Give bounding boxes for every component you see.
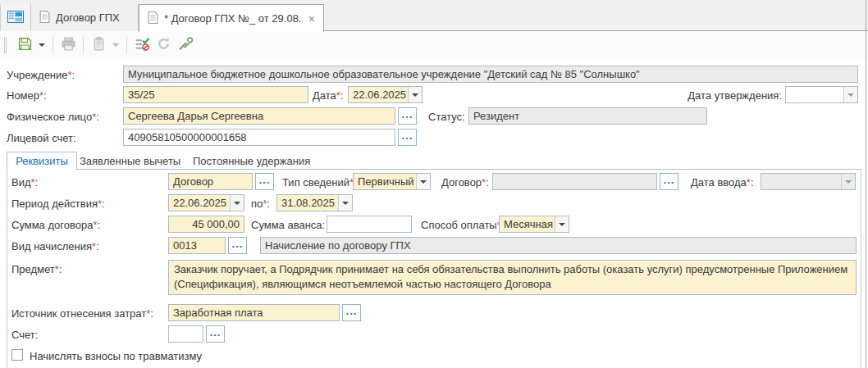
approve-date-label: Дата утверждения: <box>675 89 782 102</box>
dropdown-arrow-icon[interactable] <box>408 87 422 102</box>
account-lookup-button[interactable]: ... <box>206 325 225 343</box>
refresh-icon <box>156 36 171 54</box>
approve-date-combo[interactable] <box>785 86 858 103</box>
copy-menu-button[interactable] <box>109 34 122 56</box>
status-field: Резидент <box>468 107 707 125</box>
toolbar-separator <box>53 36 53 54</box>
window-tab-contract-edit-active[interactable]: * Договор ГПХ №_ от 29.08.... × <box>139 4 324 32</box>
accrual-label: Вид начисления*: <box>11 240 99 252</box>
window-tab-contract-list[interactable]: Договор ГПХ <box>31 4 139 31</box>
print-button[interactable] <box>57 34 79 56</box>
cost-source-field[interactable]: Заработная плата <box>168 304 340 321</box>
cost-source-label: Источник отнесения затрат*: <box>11 307 153 320</box>
window-tab-label: * Договор ГПХ №_ от 29.08.... <box>164 12 303 25</box>
subject-label: Предмет*: <box>11 263 62 275</box>
institution-field: Муниципальное бюджетное дошкольное образ… <box>123 66 858 83</box>
toolbar-separator <box>83 36 84 54</box>
document-icon <box>148 11 158 26</box>
advance-label: Сумма аванса: <box>251 219 325 231</box>
settings-tools-button[interactable] <box>174 34 195 56</box>
personal-account-lookup-button[interactable]: ... <box>398 129 417 146</box>
person-lookup-button[interactable]: ... <box>398 107 417 125</box>
injury-contributions-label: Начислять взносы по травматизму <box>30 350 202 362</box>
save-menu-arrow-icon <box>39 43 45 47</box>
toolbar-separator <box>126 36 127 54</box>
save-icon <box>17 36 33 54</box>
workspace-home-tab[interactable] <box>0 4 31 31</box>
accrual-description-field: Начисление по договору ГПХ <box>260 237 857 254</box>
personal-account-label: Лицевой счет: <box>7 132 76 144</box>
kind-lookup-button[interactable]: ... <box>255 173 274 190</box>
kind-field[interactable]: Договор <box>168 173 253 190</box>
base-contract-field <box>492 173 657 190</box>
period-label: Период действия*: <box>11 198 105 210</box>
number-label: Номер*: <box>7 89 47 102</box>
period-to-combo[interactable]: 31.08.2025 <box>276 194 353 211</box>
dropdown-arrow-icon[interactable] <box>555 216 569 232</box>
personal-account-field[interactable]: 40905810500000001658 <box>123 129 395 146</box>
total-label: Сумма договора*: <box>11 219 100 231</box>
person-label: Физическое лицо*: <box>7 111 99 123</box>
document-icon <box>39 11 50 25</box>
doc-date-combo[interactable]: 22.06.2025 <box>348 86 423 103</box>
doc-date-label: Дата*: <box>313 89 343 102</box>
period-from-combo[interactable]: 22.06.2025 <box>168 194 244 211</box>
total-field[interactable]: 45 000,00 <box>168 216 244 233</box>
window-tab-label: Договор ГПХ <box>56 11 120 24</box>
window-tab-bar: Договор ГПХ * Договор ГПХ №_ от 29.08...… <box>0 0 868 31</box>
entry-date-combo <box>761 173 856 190</box>
section-tab-requisites[interactable]: Реквизиты <box>7 152 77 170</box>
accrual-code-field[interactable]: 0013 <box>168 237 226 254</box>
account-field[interactable] <box>168 325 203 343</box>
payment-method-label: Способ оплаты*: <box>421 219 504 231</box>
tools-icon <box>177 36 193 54</box>
dropdown-arrow-icon[interactable] <box>230 195 244 211</box>
close-tab-icon[interactable]: × <box>308 13 315 25</box>
kind-label: Вид*: <box>11 176 38 189</box>
copy-menu-arrow-icon <box>112 43 119 47</box>
status-label: Статус: <box>428 111 465 123</box>
copy-icon <box>91 36 107 54</box>
person-field[interactable]: Сергеева Дарья Сергеевна <box>123 107 395 125</box>
base-contract-label: Договор*: <box>441 176 489 189</box>
section-tab-permanent-withholdings[interactable]: Постоянные удержания <box>193 155 310 167</box>
advance-field[interactable] <box>327 216 412 233</box>
injury-contributions-checkbox[interactable] <box>11 349 23 361</box>
period-to-label: по*: <box>251 198 270 210</box>
check-document-icon <box>135 36 150 54</box>
subject-textarea[interactable]: Заказчик поручает, а Подрядчик принимает… <box>168 260 857 295</box>
account-label: Счет: <box>11 329 38 341</box>
info-type-label: Тип сведений*: <box>282 176 357 189</box>
dropdown-arrow-icon[interactable] <box>416 174 430 189</box>
cost-source-lookup-button[interactable]: ... <box>342 304 361 321</box>
check-document-button[interactable] <box>131 34 153 56</box>
dropdown-arrow-icon <box>841 174 855 189</box>
print-icon <box>61 36 76 54</box>
refresh-button[interactable] <box>153 34 174 56</box>
payment-method-combo[interactable]: Месячная <box>499 216 569 233</box>
base-contract-lookup-button[interactable]: ... <box>660 173 678 190</box>
entry-date-label: Дата ввода*: <box>691 176 754 189</box>
dropdown-arrow-icon[interactable] <box>338 195 352 211</box>
section-tab-declared-deductions[interactable]: Заявленные вычеты <box>80 155 180 167</box>
toolbar-grip-handle[interactable] <box>4 37 7 53</box>
info-type-combo[interactable]: Первичный <box>353 173 431 190</box>
window-right-border <box>866 0 866 368</box>
toolbar <box>0 31 868 59</box>
save-menu-button[interactable] <box>35 34 48 56</box>
accrual-lookup-button[interactable]: ... <box>228 237 247 254</box>
workspace-panel-icon <box>7 11 24 25</box>
copy-button[interactable] <box>88 34 109 56</box>
number-field[interactable]: 35/25 <box>123 86 308 103</box>
save-button[interactable] <box>14 34 35 56</box>
dropdown-arrow-icon[interactable] <box>843 87 857 102</box>
institution-label: Учреждение*: <box>7 69 75 81</box>
